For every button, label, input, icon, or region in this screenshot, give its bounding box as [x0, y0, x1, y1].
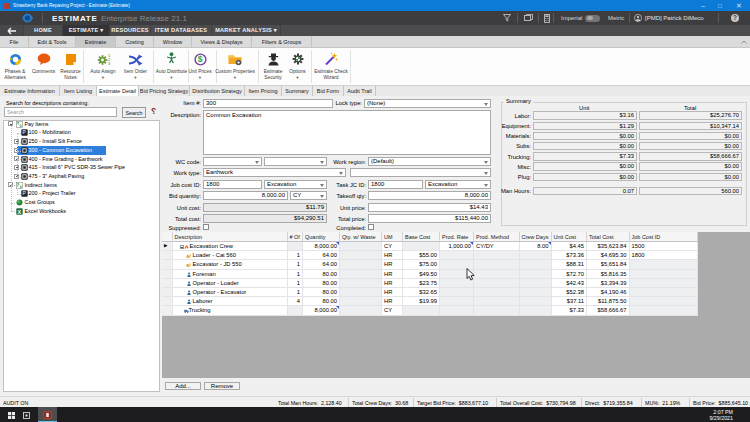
- svg-text:X: X: [17, 208, 21, 214]
- svg-text:$: $: [197, 54, 202, 64]
- svg-text:3: 3: [108, 61, 111, 66]
